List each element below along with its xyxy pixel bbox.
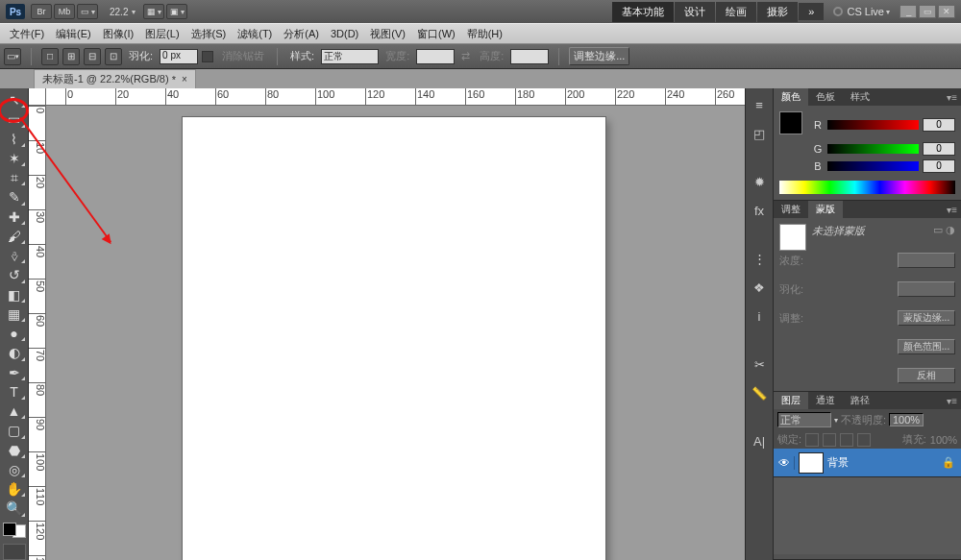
menu-select[interactable]: 选择(S) <box>185 25 233 43</box>
lasso-tool[interactable]: ⌇ <box>3 131 26 148</box>
workspace-design[interactable]: 设计 <box>675 2 715 22</box>
layers-tab[interactable]: 图层 <box>774 392 808 409</box>
eyedropper-tool[interactable]: ✎ <box>3 188 26 206</box>
measure-icon[interactable]: 📏 <box>748 381 771 404</box>
panel-menu-icon[interactable]: ▾≡ <box>947 396 957 406</box>
info-icon[interactable]: i <box>748 304 771 328</box>
sel-new-icon[interactable]: □ <box>41 48 59 65</box>
marquee-tool[interactable]: ▭ <box>3 110 26 128</box>
cslive-button[interactable]: CS Live▾ <box>833 6 890 17</box>
blur-tool[interactable]: ● <box>3 325 26 342</box>
type-tool[interactable]: T <box>3 383 26 401</box>
healing-tool[interactable]: ✚ <box>3 208 26 226</box>
layer-row[interactable]: 👁 背景 🔒 <box>774 449 961 477</box>
menu-view[interactable]: 视图(V) <box>364 25 411 43</box>
styles-icon[interactable]: fx <box>748 199 771 222</box>
workspace-essentials[interactable]: 基本功能 <box>612 2 674 22</box>
menu-help[interactable]: 帮助(H) <box>461 25 508 43</box>
eraser-tool[interactable]: ◧ <box>3 286 26 304</box>
visibility-toggle[interactable]: 👁 <box>774 456 795 470</box>
opacity-input[interactable]: 100% <box>889 413 924 426</box>
workspace-photography[interactable]: 摄影 <box>757 2 798 22</box>
window-minimize[interactable]: ⎯ <box>899 5 917 18</box>
3d-tool[interactable]: ⬣ <box>3 442 26 459</box>
red-slider[interactable] <box>827 120 919 130</box>
document-tab[interactable]: 未标题-1 @ 22.2%(RGB/8) * × <box>34 69 196 88</box>
refine-edge-button[interactable]: 调整边缘... <box>569 47 629 65</box>
styles-tab[interactable]: 样式 <box>843 88 877 106</box>
layer-name[interactable]: 背景 <box>827 455 849 470</box>
gradient-tool[interactable]: ▦ <box>3 305 26 323</box>
mask-edge-button[interactable]: 蒙版边缘... <box>898 310 955 326</box>
swatches-icon[interactable]: ◰ <box>748 122 771 145</box>
channels-tab[interactable]: 通道 <box>808 392 843 409</box>
ruler-origin[interactable] <box>29 88 46 106</box>
arrange-button[interactable]: ▦▾ <box>143 4 164 19</box>
blue-value[interactable]: 0 <box>923 159 955 173</box>
menu-image[interactable]: 图像(I) <box>97 25 139 43</box>
paths-tab[interactable]: 路径 <box>843 392 877 409</box>
hand-tool[interactable]: ✋ <box>3 480 26 498</box>
panel-menu-icon[interactable]: ▾≡ <box>947 92 957 103</box>
menu-edit[interactable]: 编辑(E) <box>50 25 97 43</box>
menu-filter[interactable]: 滤镜(T) <box>232 25 278 43</box>
menu-file[interactable]: 文件(F) <box>4 25 50 43</box>
menu-3d[interactable]: 3D(D) <box>325 26 364 41</box>
brush-preset-icon[interactable]: ⋮ <box>748 247 771 270</box>
window-close[interactable]: ✕ <box>938 5 955 18</box>
tool-preset-button[interactable]: ▭▾ <box>4 48 21 65</box>
lock-pixels[interactable] <box>823 433 836 447</box>
fill-input[interactable]: 100% <box>930 434 957 446</box>
3d-panel-icon[interactable]: ✂ <box>748 353 771 376</box>
pen-tool[interactable]: ✒ <box>3 364 26 381</box>
lock-all[interactable] <box>857 433 871 447</box>
color-swatch[interactable] <box>3 523 26 539</box>
masks-tab[interactable]: 蒙版 <box>808 201 843 218</box>
green-value[interactable]: 0 <box>923 142 955 156</box>
hue-strip[interactable] <box>779 181 955 194</box>
lock-transparent[interactable] <box>805 433 819 447</box>
minibridge-button[interactable]: Mb <box>54 4 75 19</box>
brush-tool[interactable]: 🖌 <box>3 228 26 245</box>
history-brush-tool[interactable]: ↺ <box>3 266 26 283</box>
crop-tool[interactable]: ⌗ <box>3 169 26 186</box>
sel-add-icon[interactable]: ⊞ <box>62 48 80 65</box>
close-tab-icon[interactable]: × <box>182 74 187 85</box>
layer-thumbnail[interactable] <box>799 452 824 474</box>
canvas[interactable] <box>183 117 605 560</box>
blue-slider[interactable] <box>827 161 919 171</box>
ruler-vertical[interactable]: 0102030405060708090100110120130 <box>29 106 46 560</box>
character-icon[interactable]: A| <box>748 429 771 452</box>
green-slider[interactable] <box>827 144 919 154</box>
adjustments-icon[interactable]: ✹ <box>748 170 771 193</box>
window-maximize[interactable]: ▭ <box>919 5 936 18</box>
blend-mode-select[interactable]: 正常 <box>777 412 831 427</box>
zoom-tool[interactable]: 🔍 <box>3 499 26 517</box>
pixel-mask-icon[interactable]: ▭ ◑ <box>933 224 955 236</box>
menu-analysis[interactable]: 分析(A) <box>278 25 325 43</box>
adjustments-tab[interactable]: 调整 <box>774 201 808 218</box>
color-range-button[interactable]: 颜色范围... <box>898 339 955 354</box>
antialias-checkbox[interactable] <box>202 51 213 62</box>
style-select[interactable]: 正常 <box>321 49 379 64</box>
mask-thumbnail[interactable] <box>779 224 806 251</box>
swatches-tab[interactable]: 色板 <box>808 88 843 106</box>
ruler-horizontal[interactable]: 020406080100120140160180200220240260 <box>46 88 745 106</box>
color-tab[interactable]: 颜色 <box>774 88 808 106</box>
sel-intersect-icon[interactable]: ⊡ <box>105 48 122 65</box>
menu-layer[interactable]: 图层(L) <box>139 25 185 43</box>
zoom-level[interactable]: 22.2 <box>110 7 128 17</box>
dodge-tool[interactable]: ◐ <box>3 344 26 361</box>
foreground-color[interactable] <box>779 111 802 134</box>
lock-position[interactable] <box>840 433 853 447</box>
history-icon[interactable]: ≡ <box>748 93 771 116</box>
invert-button[interactable]: 反相 <box>898 368 955 383</box>
red-value[interactable]: 0 <box>923 118 955 132</box>
workspace-painting[interactable]: 绘画 <box>716 2 756 22</box>
path-select-tool[interactable]: ▲ <box>3 402 26 420</box>
clone-src-icon[interactable]: ❖ <box>748 276 771 299</box>
quickmask-button[interactable] <box>3 544 26 560</box>
move-tool[interactable]: ↖ <box>3 91 26 109</box>
3d-camera-tool[interactable]: ◎ <box>3 461 26 478</box>
panel-menu-icon[interactable]: ▾≡ <box>947 205 957 215</box>
